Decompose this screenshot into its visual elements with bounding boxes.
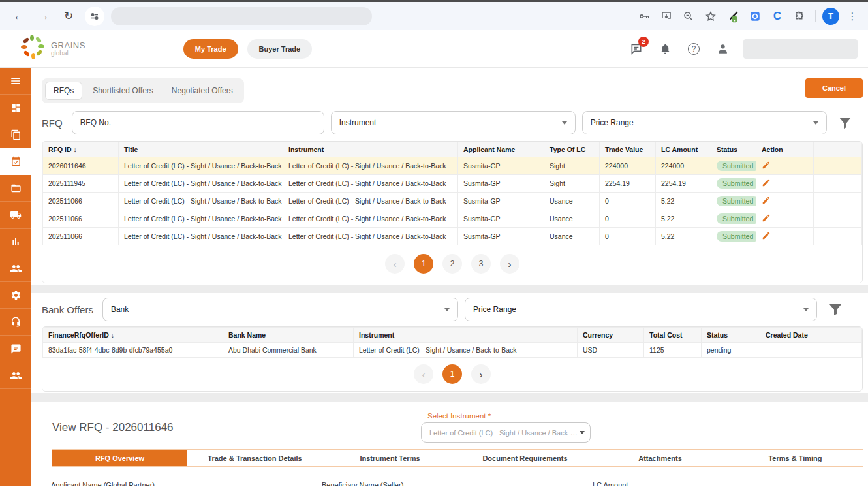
cell-title: Letter of Credit (LC) - Sight / Usance /… — [119, 157, 283, 175]
tab-instrument-terms[interactable]: Instrument Terms — [322, 450, 457, 466]
rfq-no-input[interactable] — [72, 111, 324, 134]
edit-pencil-icon[interactable] — [762, 196, 771, 205]
edit-pencil-icon[interactable] — [762, 161, 771, 170]
tune-icon[interactable] — [85, 7, 104, 26]
forward-icon[interactable]: → — [34, 7, 54, 26]
cell-action — [756, 210, 814, 228]
sidebar-item-dashboard[interactable] — [0, 95, 31, 121]
pagination-page-1[interactable]: 1 — [414, 254, 433, 274]
pagination-page-1[interactable]: 1 — [442, 364, 462, 384]
col-title[interactable]: Title — [119, 142, 283, 157]
filter-funnel-icon[interactable] — [837, 115, 853, 131]
col-rfq-id[interactable]: RFQ ID ↓ — [43, 142, 119, 157]
table-row[interactable]: 202511066 Letter of Credit (LC) - Sight … — [43, 193, 862, 210]
cell-applicant: Susmita-GP — [458, 175, 544, 193]
bank-price-range-select[interactable]: Price Range — [465, 298, 817, 321]
tab-negotiated-offers[interactable]: Negotiated Offers — [164, 82, 241, 100]
sidebar-item-documents[interactable] — [0, 121, 31, 148]
eyedropper-extension-icon[interactable] — [724, 7, 742, 25]
col-type-of-lc[interactable]: Type Of LC — [544, 142, 600, 157]
recorder-extension-icon[interactable] — [746, 7, 764, 25]
sidebar-item-folder[interactable] — [0, 175, 31, 202]
table-row[interactable]: 2025111945 Letter of Credit (LC) - Sight… — [43, 175, 862, 193]
bookmark-star-icon[interactable] — [702, 7, 720, 25]
bank-price-range-value: Price Range — [473, 305, 516, 314]
pagination-prev[interactable]: ‹ — [385, 254, 405, 274]
chat-badge: 2 — [638, 37, 649, 47]
col-trade-value[interactable]: Trade Value — [600, 142, 656, 157]
tab-rfqs[interactable]: RFQs — [45, 82, 82, 100]
edit-pencil-icon[interactable] — [762, 213, 771, 223]
sidebar-item-settings[interactable] — [0, 282, 31, 309]
cell-spacer — [814, 157, 862, 175]
key-icon[interactable] — [635, 7, 653, 25]
zoom-out-icon[interactable] — [679, 7, 698, 25]
tab-shortlisted-offers[interactable]: Shortlisted Offers — [85, 82, 161, 100]
rfq-section-label: RFQ — [42, 118, 63, 129]
back-icon[interactable]: ← — [9, 7, 29, 26]
col-bank-name[interactable]: Bank Name — [223, 328, 354, 343]
cell-spacer — [814, 175, 862, 193]
col-status[interactable]: Status — [711, 142, 756, 157]
table-row[interactable]: 83da1fac-58f4-4dbc-8d9b-dfcb79a455a0 Abu… — [43, 343, 862, 358]
cell-currency: USD — [578, 343, 644, 358]
help-icon[interactable]: ? — [686, 41, 702, 57]
col-currency[interactable]: Currency — [578, 328, 644, 343]
my-trade-button[interactable]: My Trade — [183, 39, 238, 59]
cancel-button[interactable]: Cancel — [805, 78, 863, 98]
col-bank-instrument[interactable]: Instrument — [354, 328, 578, 343]
table-row[interactable]: 2026011646 Letter of Credit (LC) - Sight… — [43, 157, 862, 175]
col-applicant[interactable]: Applicant Name — [458, 142, 544, 157]
col-offer-id[interactable]: FinanceRfqOfferID ↓ — [43, 328, 223, 343]
buyer-trade-button[interactable]: Buyer Trade — [247, 39, 313, 59]
tab-attachments[interactable]: Attachments — [593, 450, 728, 466]
pagination-next[interactable]: › — [471, 364, 491, 384]
tab-trade-transaction-details[interactable]: Trade & Transaction Details — [187, 450, 322, 466]
col-total-cost[interactable]: Total Cost — [644, 328, 702, 343]
pagination-next[interactable]: › — [500, 254, 519, 274]
col-action[interactable]: Action — [756, 142, 814, 157]
tab-document-requirements[interactable]: Document Requirements — [457, 450, 593, 466]
chat-icon[interactable]: 2 — [628, 41, 644, 57]
col-instrument[interactable]: Instrument — [283, 142, 458, 157]
more-vertical-icon[interactable]: ⋮ — [843, 7, 861, 25]
sidebar-item-shipping[interactable] — [0, 202, 31, 229]
edit-pencil-icon[interactable] — [762, 231, 771, 240]
select-instrument-field[interactable]: Letter of Credit (LC) - Sight / Usance /… — [421, 422, 591, 443]
price-range-select[interactable]: Price Range — [582, 111, 827, 134]
tab-rfq-overview[interactable]: RFQ Overview — [52, 450, 187, 466]
edit-pencil-icon[interactable] — [762, 178, 771, 187]
puzzle-extensions-icon[interactable] — [790, 7, 809, 25]
cell-spacer — [814, 193, 862, 210]
c-extension-icon[interactable]: C — [768, 7, 786, 25]
sidebar-item-team[interactable] — [0, 362, 31, 389]
price-range-select-value: Price Range — [591, 118, 634, 127]
pagination-page-3[interactable]: 3 — [471, 254, 491, 274]
sidebar-item-rfq-calendar[interactable] — [0, 148, 31, 175]
bank-select[interactable]: Bank — [102, 298, 458, 321]
cell-applicant: Susmita-GP — [458, 228, 544, 245]
pagination-page-2[interactable]: 2 — [442, 254, 462, 274]
cell-type: Usance — [544, 193, 600, 210]
menu-icon[interactable] — [0, 68, 31, 95]
install-icon[interactable] — [657, 7, 675, 25]
filter-funnel-icon[interactable] — [828, 302, 843, 317]
tab-terms-timing[interactable]: Terms & Timing — [728, 450, 863, 466]
table-row[interactable]: 202511066 Letter of Credit (LC) - Sight … — [43, 210, 862, 228]
pagination-prev[interactable]: ‹ — [414, 364, 433, 384]
sidebar-item-users[interactable] — [0, 255, 31, 282]
sidebar-item-support[interactable] — [0, 309, 31, 336]
reload-icon[interactable]: ↻ — [59, 7, 78, 26]
sort-desc-icon: ↓ — [74, 146, 77, 153]
col-lc-amount[interactable]: LC Amount — [656, 142, 711, 157]
col-bank-status[interactable]: Status — [702, 328, 760, 343]
person-icon[interactable] — [715, 41, 730, 57]
instrument-select[interactable]: Instrument — [331, 111, 576, 134]
sidebar-item-messages[interactable] — [0, 336, 31, 362]
bell-icon[interactable] — [657, 41, 673, 57]
profile-avatar[interactable]: T — [822, 8, 839, 25]
sidebar-item-analytics[interactable] — [0, 229, 31, 255]
address-bar[interactable] — [111, 7, 372, 25]
col-created-date[interactable]: Created Date — [760, 328, 862, 343]
table-row[interactable]: 202511066 Letter of Credit (LC) - Sight … — [43, 228, 862, 245]
